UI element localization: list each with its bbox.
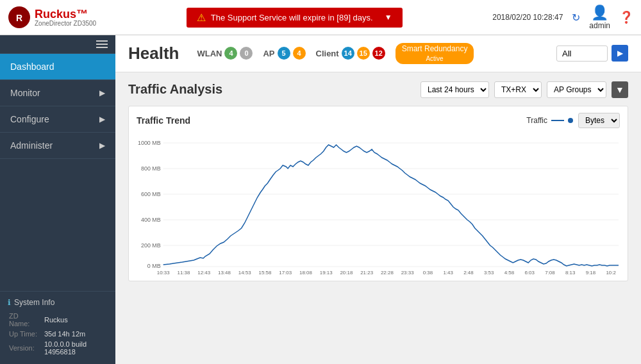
sidebar-item-configure-label: Configure [10, 114, 49, 124]
traffic-chart-container: Traffic Trend Traffic Bytes [128, 106, 628, 281]
sidebar-item-monitor-arrow: ▶ [99, 88, 105, 97]
traffic-header: Traffic Analysis Last 24 hours TX+RX [128, 81, 628, 98]
health-title: Health [128, 44, 179, 63]
system-info-uptime-row: Up Time: 35d 14h 12m [9, 329, 106, 338]
zdname-label: ZD Name: [9, 311, 43, 328]
sidebar-item-administer-arrow: ▶ [99, 141, 105, 150]
svg-text:18:08: 18:08 [299, 270, 312, 274]
svg-text:10:33: 10:33 [157, 270, 170, 274]
traffic-section: Traffic Analysis Last 24 hours TX+RX [115, 72, 641, 290]
sidebar-hamburger[interactable] [0, 35, 115, 54]
health-section: Health WLAN 4 0 AP 5 4 Client 14 15 12 [115, 35, 641, 72]
logo-name: Ruckus™ [35, 8, 96, 20]
direction-filter-select[interactable]: TX+RX [495, 82, 541, 97]
uptime-label: Up Time: [9, 329, 43, 338]
chart-title: Traffic Trend [137, 115, 190, 126]
svg-text:14:53: 14:53 [238, 270, 251, 274]
svg-text:600 MB: 600 MB [141, 191, 161, 197]
svg-text:800 MB: 800 MB [141, 165, 161, 172]
client-blue-badge: 14 [342, 47, 354, 60]
svg-text:1:43: 1:43 [443, 270, 453, 274]
filter-button[interactable]: ▼ [612, 81, 628, 98]
uptime-value: 35d 14h 12m [44, 329, 106, 338]
svg-text:19:13: 19:13 [320, 270, 333, 274]
refresh-icon[interactable]: ↻ [572, 12, 580, 24]
svg-text:1000 MB: 1000 MB [138, 140, 161, 146]
sidebar: Dashboard Monitor ▶ Configure ▶ Administ… [0, 35, 115, 364]
legend-traffic-label: Traffic [526, 116, 547, 125]
top-header: R Ruckus™ ZoneDirector ZD3500 ⚠ The Supp… [0, 0, 641, 35]
client-orange-badge: 15 [357, 47, 370, 60]
svg-text:15:58: 15:58 [258, 270, 271, 274]
system-info-zdname-row: ZD Name: Ruckus [9, 311, 106, 328]
client-stat-group: Client 14 15 12 [316, 47, 385, 60]
header-right: 2018/02/20 10:28:47 ↻ 👤 admin ❓ [492, 4, 633, 30]
svg-text:8:13: 8:13 [565, 270, 576, 274]
svg-text:0:38: 0:38 [423, 270, 433, 274]
group-filter-select-wrapper: AP Groups [547, 81, 606, 98]
chart-header: Traffic Trend Traffic Bytes [137, 113, 620, 128]
admin-area[interactable]: 👤 admin [589, 4, 610, 30]
admin-label: admin [589, 21, 610, 30]
svg-text:10:2: 10:2 [606, 270, 616, 274]
svg-text:17:03: 17:03 [279, 270, 292, 274]
zdname-value: Ruckus [44, 311, 106, 328]
svg-text:22:28: 22:28 [381, 270, 394, 274]
traffic-chart-svg: 1000 MB 800 MB 600 MB 400 MB 200 MB 0 MB [137, 133, 620, 274]
hamburger-menu-icon[interactable] [96, 40, 108, 48]
svg-text:11:38: 11:38 [178, 270, 190, 274]
health-play-button[interactable]: ▶ [612, 45, 628, 62]
version-label: Version: [9, 340, 43, 356]
direction-filter-select-wrapper: TX+RX [494, 81, 542, 98]
logo-area: R Ruckus™ ZoneDirector ZD3500 [8, 6, 96, 29]
logo-text: Ruckus™ ZoneDirector ZD3500 [35, 8, 96, 27]
bytes-filter-select[interactable]: Bytes [578, 113, 620, 128]
time-filter-select[interactable]: Last 24 hours [421, 82, 488, 97]
datetime-display: 2018/02/20 10:28:47 [492, 13, 563, 22]
svg-text:2:48: 2:48 [463, 270, 474, 274]
sidebar-item-administer-label: Administer [10, 140, 53, 151]
sidebar-item-configure[interactable]: Configure ▶ [0, 106, 115, 133]
ap-blue-badge: 5 [278, 47, 290, 60]
svg-text:R: R [16, 13, 22, 23]
smart-redundancy-status: Active [426, 54, 443, 63]
traffic-chart-svg-wrapper: 1000 MB 800 MB 600 MB 400 MB 200 MB 0 MB [137, 133, 620, 274]
health-filter-select[interactable]: All [556, 46, 608, 62]
version-value: 10.0.0.0 build 14956818 [44, 340, 106, 356]
help-icon[interactable]: ❓ [619, 10, 633, 24]
ap-orange-badge: 4 [293, 47, 306, 60]
system-info-panel: ℹ System Info ZD Name: Ruckus Up Time: 3… [0, 291, 115, 364]
ap-label: AP [263, 49, 274, 58]
sidebar-nav: Dashboard Monitor ▶ Configure ▶ Administ… [0, 54, 115, 291]
alert-dropdown-arrow[interactable]: ▼ [385, 13, 392, 22]
svg-text:0 MB: 0 MB [147, 263, 161, 269]
wlan-stat-group: WLAN 4 0 [197, 47, 253, 60]
svg-text:400 MB: 400 MB [141, 217, 161, 223]
legend-dot-icon [568, 118, 573, 123]
svg-text:200 MB: 200 MB [141, 242, 161, 249]
sidebar-item-dashboard-label: Dashboard [10, 62, 54, 72]
admin-avatar-icon: 👤 [591, 4, 608, 21]
svg-text:12:43: 12:43 [197, 270, 210, 274]
info-icon: ℹ [8, 298, 11, 307]
group-filter-select[interactable]: AP Groups [547, 82, 606, 97]
system-info-table: ZD Name: Ruckus Up Time: 35d 14h 12m Ver… [8, 310, 108, 358]
sidebar-item-configure-arrow: ▶ [99, 115, 105, 124]
smart-redundancy-badge: Smart Redundancy Active [395, 43, 474, 64]
svg-text:23:33: 23:33 [401, 270, 414, 274]
chart-legend: Traffic [526, 116, 573, 125]
main-layout: Dashboard Monitor ▶ Configure ▶ Administ… [0, 35, 641, 364]
svg-text:4:58: 4:58 [504, 270, 515, 274]
smart-redundancy-label: Smart Redundancy [402, 44, 468, 54]
health-stats: WLAN 4 0 AP 5 4 Client 14 15 12 Smart Re… [197, 43, 544, 64]
alert-banner[interactable]: ⚠ The Support Service will expire in [89… [187, 8, 403, 28]
sidebar-item-dashboard[interactable]: Dashboard [0, 54, 115, 80]
content-area: Health WLAN 4 0 AP 5 4 Client 14 15 12 [115, 35, 641, 364]
svg-text:7:08: 7:08 [545, 270, 555, 274]
wlan-green-badge: 4 [224, 47, 237, 60]
health-filter: All ▶ [556, 45, 628, 62]
sidebar-item-administer[interactable]: Administer ▶ [0, 133, 115, 159]
ruckus-logo-icon: R [8, 6, 31, 29]
svg-text:20:18: 20:18 [340, 270, 353, 274]
sidebar-item-monitor[interactable]: Monitor ▶ [0, 80, 115, 106]
